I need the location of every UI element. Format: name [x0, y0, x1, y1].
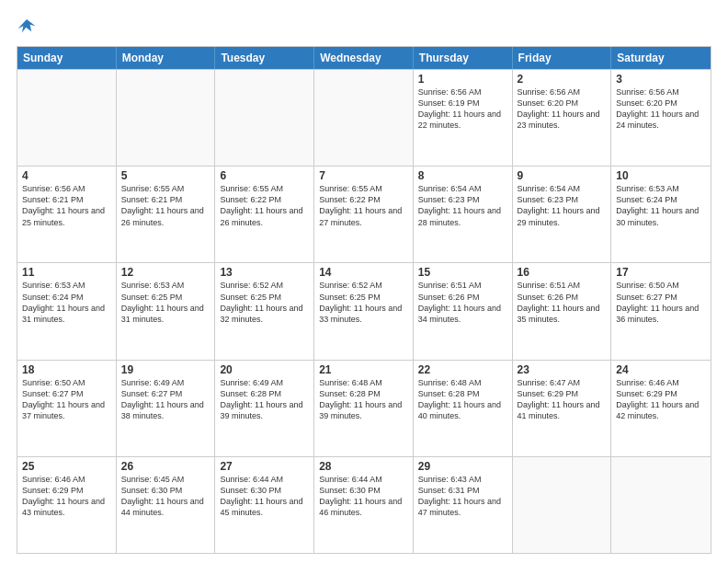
day-number: 13 [220, 266, 309, 279]
day-number: 15 [418, 266, 507, 279]
calendar-cell: 25Sunrise: 6:46 AM Sunset: 6:29 PM Dayli… [17, 457, 117, 553]
calendar-cell: 5Sunrise: 6:55 AM Sunset: 6:21 PM Daylig… [117, 167, 216, 262]
calendar-cell: 28Sunrise: 6:44 AM Sunset: 6:30 PM Dayli… [314, 457, 414, 553]
cell-info: Sunrise: 6:48 AM Sunset: 6:28 PM Dayligh… [319, 377, 408, 422]
day-number: 5 [121, 169, 210, 182]
cell-info: Sunrise: 6:56 AM Sunset: 6:19 PM Dayligh… [418, 86, 507, 132]
calendar-cell: 24Sunrise: 6:46 AM Sunset: 6:29 PM Dayli… [611, 361, 711, 456]
calendar-cell: 1Sunrise: 6:56 AM Sunset: 6:19 PM Daylig… [414, 70, 513, 166]
day-number: 9 [518, 169, 607, 182]
calendar-cell: 6Sunrise: 6:55 AM Sunset: 6:22 PM Daylig… [215, 167, 314, 262]
cell-info: Sunrise: 6:56 AM Sunset: 6:21 PM Dayligh… [22, 183, 111, 228]
calendar-cell: 11Sunrise: 6:53 AM Sunset: 6:24 PM Dayli… [17, 263, 117, 359]
calendar-cell [215, 70, 314, 166]
cell-info: Sunrise: 6:49 AM Sunset: 6:27 PM Dayligh… [121, 377, 210, 422]
calendar-cell: 15Sunrise: 6:51 AM Sunset: 6:26 PM Dayli… [414, 263, 513, 359]
calendar-cell: 17Sunrise: 6:50 AM Sunset: 6:27 PM Dayli… [611, 263, 711, 359]
day-number: 6 [220, 169, 309, 182]
day-number: 14 [319, 266, 408, 279]
cell-info: Sunrise: 6:55 AM Sunset: 6:21 PM Dayligh… [121, 183, 210, 228]
weekday-header: Wednesday [314, 47, 414, 69]
day-number: 12 [121, 266, 210, 279]
weekday-header: Monday [117, 47, 216, 69]
day-number: 10 [616, 169, 706, 182]
cell-info: Sunrise: 6:48 AM Sunset: 6:28 PM Dayligh… [418, 377, 507, 422]
day-number: 29 [418, 460, 507, 473]
cell-info: Sunrise: 6:49 AM Sunset: 6:28 PM Dayligh… [220, 377, 309, 422]
calendar-cell [611, 457, 711, 553]
cell-info: Sunrise: 6:53 AM Sunset: 6:24 PM Dayligh… [22, 280, 111, 325]
day-number: 3 [616, 73, 706, 86]
calendar-cell: 2Sunrise: 6:56 AM Sunset: 6:20 PM Daylig… [513, 70, 612, 166]
day-number: 20 [220, 363, 309, 376]
day-number: 19 [121, 363, 210, 376]
cell-info: Sunrise: 6:43 AM Sunset: 6:31 PM Dayligh… [418, 474, 507, 519]
calendar-cell: 16Sunrise: 6:51 AM Sunset: 6:26 PM Dayli… [513, 263, 612, 359]
calendar-row: 1Sunrise: 6:56 AM Sunset: 6:19 PM Daylig… [17, 69, 711, 166]
cell-info: Sunrise: 6:46 AM Sunset: 6:29 PM Dayligh… [22, 474, 111, 519]
calendar-row: 11Sunrise: 6:53 AM Sunset: 6:24 PM Dayli… [17, 262, 711, 359]
calendar-cell: 26Sunrise: 6:45 AM Sunset: 6:30 PM Dayli… [117, 457, 216, 553]
calendar-cell: 27Sunrise: 6:44 AM Sunset: 6:30 PM Dayli… [215, 457, 314, 553]
cell-info: Sunrise: 6:54 AM Sunset: 6:23 PM Dayligh… [418, 183, 507, 228]
day-number: 17 [616, 266, 706, 279]
cell-info: Sunrise: 6:56 AM Sunset: 6:20 PM Dayligh… [518, 86, 607, 132]
day-number: 22 [418, 363, 507, 376]
cell-info: Sunrise: 6:44 AM Sunset: 6:30 PM Dayligh… [319, 474, 408, 519]
cell-info: Sunrise: 6:52 AM Sunset: 6:25 PM Dayligh… [220, 280, 309, 325]
cell-info: Sunrise: 6:56 AM Sunset: 6:20 PM Dayligh… [616, 86, 706, 132]
weekday-header: Thursday [414, 47, 513, 69]
calendar-cell [117, 70, 216, 166]
cell-info: Sunrise: 6:52 AM Sunset: 6:25 PM Dayligh… [319, 280, 408, 325]
calendar-cell [513, 457, 612, 553]
calendar-cell: 13Sunrise: 6:52 AM Sunset: 6:25 PM Dayli… [215, 263, 314, 359]
day-number: 25 [22, 460, 111, 473]
cell-info: Sunrise: 6:55 AM Sunset: 6:22 PM Dayligh… [220, 183, 309, 228]
weekday-header: Saturday [611, 47, 711, 69]
calendar-cell: 19Sunrise: 6:49 AM Sunset: 6:27 PM Dayli… [117, 361, 216, 456]
header [17, 17, 711, 37]
cell-info: Sunrise: 6:50 AM Sunset: 6:27 PM Dayligh… [22, 377, 111, 422]
calendar: SundayMondayTuesdayWednesdayThursdayFrid… [17, 46, 711, 554]
day-number: 1 [418, 73, 507, 86]
calendar-row: 25Sunrise: 6:46 AM Sunset: 6:29 PM Dayli… [17, 456, 711, 553]
weekday-header: Sunday [17, 47, 117, 69]
calendar-cell: 3Sunrise: 6:56 AM Sunset: 6:20 PM Daylig… [611, 70, 711, 166]
day-number: 28 [319, 460, 408, 473]
cell-info: Sunrise: 6:44 AM Sunset: 6:30 PM Dayligh… [220, 474, 309, 519]
calendar-cell: 9Sunrise: 6:54 AM Sunset: 6:23 PM Daylig… [513, 167, 612, 262]
logo-icon [17, 17, 37, 37]
cell-info: Sunrise: 6:51 AM Sunset: 6:26 PM Dayligh… [418, 280, 507, 325]
calendar-row: 18Sunrise: 6:50 AM Sunset: 6:27 PM Dayli… [17, 360, 711, 456]
day-number: 24 [616, 363, 706, 376]
day-number: 4 [22, 169, 111, 182]
cell-info: Sunrise: 6:45 AM Sunset: 6:30 PM Dayligh… [121, 474, 210, 519]
weekday-header: Friday [513, 47, 612, 69]
day-number: 23 [518, 363, 607, 376]
cell-info: Sunrise: 6:54 AM Sunset: 6:23 PM Dayligh… [518, 183, 607, 228]
calendar-cell [314, 70, 414, 166]
day-number: 7 [319, 169, 408, 182]
calendar-row: 4Sunrise: 6:56 AM Sunset: 6:21 PM Daylig… [17, 166, 711, 262]
calendar-cell: 29Sunrise: 6:43 AM Sunset: 6:31 PM Dayli… [414, 457, 513, 553]
calendar-cell: 10Sunrise: 6:53 AM Sunset: 6:24 PM Dayli… [611, 167, 711, 262]
day-number: 2 [518, 73, 607, 86]
day-number: 11 [22, 266, 111, 279]
cell-info: Sunrise: 6:46 AM Sunset: 6:29 PM Dayligh… [616, 377, 706, 422]
cell-info: Sunrise: 6:55 AM Sunset: 6:22 PM Dayligh… [319, 183, 408, 228]
weekday-header: Tuesday [215, 47, 314, 69]
calendar-cell [17, 70, 117, 166]
logo [17, 17, 40, 37]
calendar-cell: 4Sunrise: 6:56 AM Sunset: 6:21 PM Daylig… [17, 167, 117, 262]
calendar-header: SundayMondayTuesdayWednesdayThursdayFrid… [17, 47, 711, 69]
calendar-cell: 21Sunrise: 6:48 AM Sunset: 6:28 PM Dayli… [314, 361, 414, 456]
calendar-cell: 12Sunrise: 6:53 AM Sunset: 6:25 PM Dayli… [117, 263, 216, 359]
day-number: 16 [518, 266, 607, 279]
cell-info: Sunrise: 6:51 AM Sunset: 6:26 PM Dayligh… [518, 280, 607, 325]
day-number: 8 [418, 169, 507, 182]
calendar-body: 1Sunrise: 6:56 AM Sunset: 6:19 PM Daylig… [17, 69, 711, 553]
calendar-cell: 14Sunrise: 6:52 AM Sunset: 6:25 PM Dayli… [314, 263, 414, 359]
svg-marker-0 [17, 19, 35, 33]
calendar-cell: 18Sunrise: 6:50 AM Sunset: 6:27 PM Dayli… [17, 361, 117, 456]
calendar-cell: 23Sunrise: 6:47 AM Sunset: 6:29 PM Dayli… [513, 361, 612, 456]
